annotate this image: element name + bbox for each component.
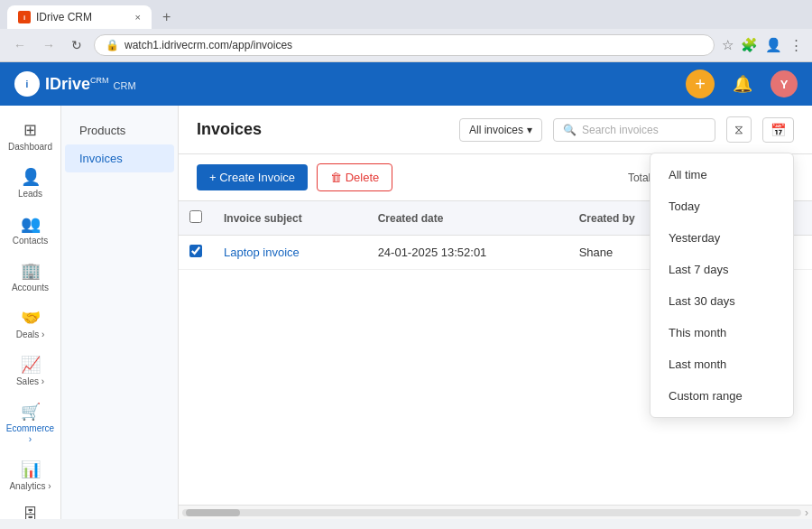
sidebar-label-leads: Leads	[18, 189, 42, 200]
sidebar-label-analytics: Analytics ›	[9, 481, 51, 492]
app-wrapper: i IDriveCRM CRM + 🔔 Y ⊞ Dashboard 👤 Lead…	[0, 62, 812, 519]
page-title: Invoices	[197, 120, 262, 139]
new-tab-button[interactable]: +	[155, 9, 178, 25]
horizontal-scrollbar[interactable]: ›	[179, 505, 812, 519]
date-option-custom-range[interactable]: Custom range	[651, 380, 793, 412]
menu-icon[interactable]: ⋮	[789, 37, 803, 53]
app-body: ⊞ Dashboard 👤 Leads 👥 Contacts 🏢 Account…	[0, 106, 812, 519]
lock-icon: 🔒	[106, 39, 119, 51]
cell-created-date: 24-01-2025 13:52:01	[367, 236, 568, 270]
user-avatar[interactable]: Y	[770, 70, 798, 97]
sidebar: ⊞ Dashboard 👤 Leads 👥 Contacts 🏢 Account…	[0, 106, 61, 519]
scroll-right-arrow[interactable]: ›	[801, 506, 808, 519]
sidebar-item-ecommerce[interactable]: 🛒 Ecommerce ›	[0, 394, 60, 452]
browser-tab[interactable]: i IDrive CRM ×	[7, 5, 152, 29]
app-logo: i IDriveCRM CRM	[14, 71, 136, 97]
sidebar-label-ecommerce: Ecommerce ›	[4, 423, 57, 445]
date-option-this-month[interactable]: This month	[651, 317, 793, 348]
select-all-checkbox[interactable]	[189, 210, 202, 223]
notification-button[interactable]: 🔔	[729, 70, 756, 97]
address-text: watch1.idrivecrm.com/app/invoices	[125, 39, 703, 51]
add-button[interactable]: +	[686, 70, 715, 98]
all-invoices-dropdown[interactable]: All invoices ▾	[459, 118, 542, 142]
refresh-button[interactable]: ↻	[67, 36, 87, 54]
scrollbar-thumb[interactable]	[186, 509, 240, 516]
sidebar-label-sales: Sales ›	[16, 376, 44, 387]
tab-close-icon[interactable]: ×	[135, 12, 141, 23]
scrollbar-track	[182, 509, 801, 516]
create-invoice-button[interactable]: + Create Invoice	[197, 164, 308, 190]
star-icon[interactable]: ☆	[722, 37, 734, 53]
col-header-subject: Invoice subject	[213, 201, 367, 236]
logo-text: IDriveCRM CRM	[45, 75, 136, 94]
leads-icon: 👤	[21, 167, 41, 187]
col-header-created-date: Created date	[367, 201, 568, 236]
deals-icon: 🤝	[21, 308, 41, 328]
delete-button[interactable]: 🗑 Delete	[317, 163, 392, 191]
forward-button[interactable]: →	[38, 36, 60, 54]
main-header: Invoices All invoices ▾ 🔍 Search invoice…	[179, 106, 812, 154]
back-button[interactable]: ←	[9, 36, 31, 54]
filter-dropdown-label: All invoices	[469, 124, 523, 136]
sub-sidebar-label-invoices: Invoices	[79, 152, 123, 165]
sidebar-item-accounts[interactable]: 🏢 Accounts	[0, 254, 60, 301]
date-option-last-7-days[interactable]: Last 7 days	[651, 254, 793, 285]
cell-subject: Laptop invoice	[213, 236, 367, 270]
filter-icon-button[interactable]: ⧖	[726, 116, 752, 143]
extensions-icon[interactable]: 🧩	[741, 37, 758, 53]
row-checkbox[interactable]	[189, 245, 202, 257]
sidebar-item-analytics[interactable]: 📊 Analytics ›	[0, 452, 60, 499]
sidebar-item-dashboard[interactable]: ⊞ Dashboard	[0, 113, 60, 160]
sub-sidebar: Products Invoices	[61, 106, 179, 519]
sub-sidebar-item-invoices[interactable]: Invoices	[65, 144, 174, 172]
sub-sidebar-label-products: Products	[79, 124, 125, 137]
analytics-icon: 📊	[21, 459, 41, 479]
sidebar-label-dashboard: Dashboard	[8, 142, 52, 153]
logo-icon: i	[14, 71, 40, 97]
tab-favicon: i	[18, 11, 31, 23]
profile-icon[interactable]: 👤	[765, 37, 782, 53]
dashboard-icon: ⊞	[23, 120, 37, 140]
accounts-icon: 🏢	[21, 261, 41, 281]
date-option-all-time[interactable]: All time	[651, 159, 793, 190]
main-content: Invoices All invoices ▾ 🔍 Search invoice…	[179, 106, 812, 519]
browser-icon-group: ☆ 🧩 👤 ⋮	[722, 37, 803, 53]
sidebar-item-leads[interactable]: 👤 Leads	[0, 160, 60, 207]
date-option-yesterday[interactable]: Yesterday	[651, 222, 793, 254]
calendar-icon-button[interactable]: 📅	[762, 117, 794, 143]
sub-sidebar-item-products[interactable]: Products	[65, 116, 174, 144]
sidebar-item-sales[interactable]: 📈 Sales ›	[0, 348, 60, 394]
tab-title: IDrive CRM	[36, 11, 92, 23]
sidebar-label-contacts: Contacts	[13, 236, 48, 246]
browser-toolbar: ← → ↻ 🔒 watch1.idrivecrm.com/app/invoice…	[0, 29, 812, 61]
search-icon: 🔍	[563, 124, 577, 136]
filter-dropdown-chevron: ▾	[527, 124, 532, 136]
sales-icon: 📈	[21, 355, 41, 375]
sidebar-label-accounts: Accounts	[12, 283, 49, 293]
browser-titlebar: i IDrive CRM × +	[0, 0, 812, 29]
date-option-today[interactable]: Today	[651, 190, 793, 222]
address-bar[interactable]: 🔒 watch1.idrivecrm.com/app/invoices	[94, 34, 715, 56]
contacts-icon: 👥	[21, 214, 41, 234]
sidebar-item-data-migration[interactable]: 🗄 Data Migration	[0, 499, 60, 519]
sidebar-item-contacts[interactable]: 👥 Contacts	[0, 207, 60, 254]
data-migration-icon: 🗄	[23, 506, 39, 519]
date-filter-dropdown: All time Today Yesterday Last 7 days Las…	[650, 153, 794, 418]
sidebar-item-deals[interactable]: 🤝 Deals ›	[0, 301, 60, 348]
date-option-last-30-days[interactable]: Last 30 days	[651, 285, 793, 317]
search-bar[interactable]: 🔍 Search invoices	[553, 118, 715, 142]
sidebar-label-deals: Deals ›	[16, 329, 45, 340]
search-placeholder: Search invoices	[582, 124, 659, 136]
app-header: i IDriveCRM CRM + 🔔 Y	[0, 62, 812, 106]
date-option-last-month[interactable]: Last month	[651, 348, 793, 380]
browser-chrome: i IDrive CRM × + ← → ↻ 🔒 watch1.idrivecr…	[0, 0, 812, 62]
ecommerce-icon: 🛒	[21, 402, 41, 422]
